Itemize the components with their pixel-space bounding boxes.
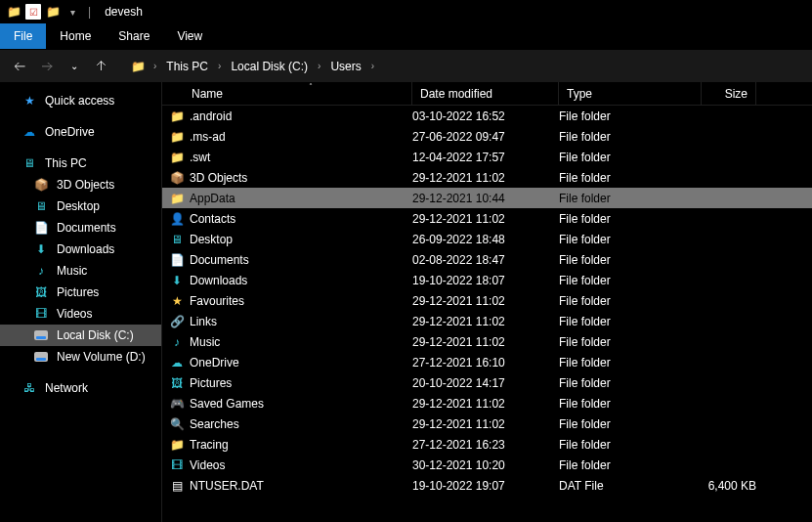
column-type[interactable]: Type <box>559 82 702 105</box>
cell-name: Searches <box>190 417 412 431</box>
sidebar-item[interactable]: 📄Documents <box>0 217 161 239</box>
cell-name: Favourites <box>190 294 412 308</box>
table-row[interactable]: ♪Music29-12-2021 11:02File folder <box>162 331 812 352</box>
menu-view[interactable]: View <box>163 23 216 49</box>
table-row[interactable]: 📦3D Objects29-12-2021 11:02File folder <box>162 167 812 188</box>
cell-date: 12-04-2022 17:57 <box>412 151 559 164</box>
sidebar-item[interactable]: 🖥Desktop <box>0 196 161 217</box>
table-row[interactable]: 📁.swt12-04-2022 17:57File folder <box>162 147 812 167</box>
table-row[interactable]: 📄Documents02-08-2022 18:47File folder <box>162 249 812 270</box>
cell-name: .swt <box>190 151 412 164</box>
table-row[interactable]: 🖥Desktop26-09-2022 18:48File folder <box>162 229 812 249</box>
cell-date: 29-12-2021 11:02 <box>412 212 559 226</box>
table-row[interactable]: 📁AppData29-12-2021 10:44File folder <box>162 188 812 208</box>
item-icon: 🔍 <box>168 417 186 431</box>
cell-name: OneDrive <box>190 356 412 370</box>
item-icon: 🎞 <box>168 458 186 472</box>
table-row[interactable]: 🔗Links29-12-2021 11:02File folder <box>162 311 812 331</box>
table-row[interactable]: 🎮Saved Games29-12-2021 11:02File folder <box>162 393 812 413</box>
table-row[interactable]: ▤NTUSER.DAT19-10-2022 19:07DAT File6,400… <box>162 475 812 496</box>
cell-type: File folder <box>559 233 702 246</box>
chevron-right-icon[interactable]: › <box>371 61 374 71</box>
sidebar-item-onedrive[interactable]: ☁ OneDrive <box>0 121 161 143</box>
generic-icon: 🖥 <box>33 199 49 213</box>
table-row[interactable]: 📁Tracing27-12-2021 16:23File folder <box>162 434 812 455</box>
table-row[interactable]: 🔍Searches29-12-2021 11:02File folder <box>162 413 812 434</box>
cell-date: 19-10-2022 18:07 <box>412 274 559 287</box>
table-row[interactable]: 🎞Videos30-12-2021 10:20File folder <box>162 455 812 475</box>
cell-type: DAT File <box>559 479 702 493</box>
forward-button[interactable]: 🡢 <box>35 55 59 78</box>
sidebar-item-label: Downloads <box>57 242 114 256</box>
navigation-pane: ★ Quick access ☁ OneDrive 🖥 This PC 📦3D … <box>0 82 162 522</box>
table-row[interactable]: ⬇Downloads19-10-2022 18:07File folder <box>162 270 812 290</box>
table-row[interactable]: 👤Contacts29-12-2021 11:02File folder <box>162 208 812 229</box>
sidebar-item[interactable]: 🎞Videos <box>0 303 161 325</box>
title-sep: | <box>88 5 91 19</box>
cell-type: File folder <box>559 130 702 144</box>
breadcrumb[interactable]: Users <box>324 58 366 75</box>
chevron-right-icon[interactable]: › <box>318 61 321 71</box>
recent-dropdown-icon[interactable]: ⌄ <box>63 55 86 78</box>
back-button[interactable]: 🡠 <box>8 55 31 78</box>
cell-type: File folder <box>559 417 702 431</box>
table-row[interactable]: 📁.android03-10-2022 16:52File folder <box>162 106 812 126</box>
cell-type: File folder <box>559 253 702 267</box>
qat-dropdown-icon[interactable]: ▾ <box>64 4 80 20</box>
cell-name: 3D Objects <box>190 171 412 185</box>
sidebar-item-label: Pictures <box>57 285 99 299</box>
checklist-icon: ☑ <box>25 4 41 20</box>
breadcrumb[interactable]: This PC <box>160 58 214 75</box>
cell-name: AppData <box>190 192 412 205</box>
menu-home[interactable]: Home <box>46 23 105 49</box>
breadcrumb[interactable]: Local Disk (C:) <box>225 58 314 75</box>
cell-type: File folder <box>559 315 702 328</box>
cell-name: NTUSER.DAT <box>190 479 412 493</box>
table-row[interactable]: ☁OneDrive27-12-2021 16:10File folder <box>162 352 812 372</box>
chevron-right-icon[interactable]: › <box>153 61 156 71</box>
cell-type: File folder <box>559 192 702 205</box>
cell-date: 19-10-2022 19:07 <box>412 479 559 493</box>
cell-name: Documents <box>190 253 412 267</box>
generic-icon: ⬇ <box>33 242 49 256</box>
cell-name: Downloads <box>190 274 412 287</box>
disk-icon <box>33 330 49 340</box>
sidebar-item[interactable]: ♪Music <box>0 260 161 282</box>
menu-file[interactable]: File <box>0 23 46 49</box>
sidebar-item-label: OneDrive <box>45 125 95 139</box>
item-icon: 🔗 <box>168 315 186 328</box>
menubar: File Home Share View <box>0 23 812 49</box>
cell-type: File folder <box>559 274 702 287</box>
sidebar-item[interactable]: Local Disk (C:) <box>0 325 161 346</box>
disk-icon <box>33 352 49 362</box>
cell-name: Videos <box>190 458 412 472</box>
sidebar-item[interactable]: 🖼Pictures <box>0 282 161 303</box>
column-date[interactable]: Date modified <box>412 82 559 105</box>
cell-date: 27-12-2021 16:10 <box>412 356 559 370</box>
sidebar-item-label: Network <box>45 381 88 395</box>
table-row[interactable]: 📁.ms-ad27-06-2022 09:47File folder <box>162 126 812 147</box>
sidebar-item[interactable]: 📦3D Objects <box>0 174 161 196</box>
up-button[interactable]: 🡡 <box>90 55 113 78</box>
sidebar-item-this-pc[interactable]: 🖥 This PC <box>0 152 161 174</box>
generic-icon: 🎞 <box>33 307 49 321</box>
generic-icon: 🖼 <box>33 285 49 299</box>
sidebar-item[interactable]: ⬇Downloads <box>0 239 161 260</box>
chevron-right-icon[interactable]: › <box>218 61 221 71</box>
column-name[interactable]: Name <box>162 82 412 105</box>
column-size[interactable]: Size <box>702 82 756 105</box>
menu-share[interactable]: Share <box>105 23 163 49</box>
table-row[interactable]: 🖼Pictures20-10-2022 14:17File folder <box>162 372 812 393</box>
star-icon: ★ <box>21 94 37 108</box>
sidebar-item-network[interactable]: 🖧 Network <box>0 377 161 399</box>
cell-name: Saved Games <box>190 397 412 411</box>
table-row[interactable]: ★Favourites29-12-2021 11:02File folder <box>162 290 812 311</box>
item-icon: 📁 <box>168 192 186 205</box>
address-bar[interactable]: 📁 › This PC › Local Disk (C:) › Users › <box>125 56 804 77</box>
cell-date: 29-12-2021 11:02 <box>412 315 559 328</box>
item-icon: 🖼 <box>168 376 186 390</box>
cell-date: 30-12-2021 10:20 <box>412 458 559 472</box>
sidebar-item[interactable]: New Volume (D:) <box>0 346 161 368</box>
sidebar-item-quick-access[interactable]: ★ Quick access <box>0 90 161 111</box>
folder-icon: 📁 <box>45 4 61 20</box>
